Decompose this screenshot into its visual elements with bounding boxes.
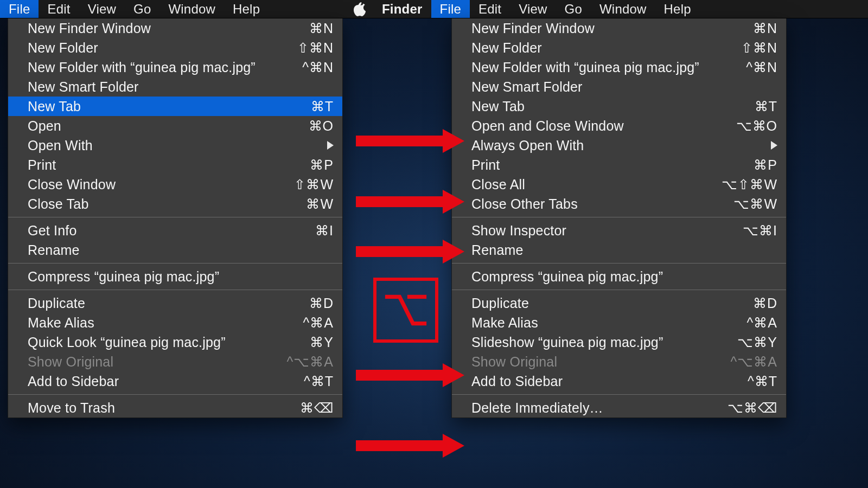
menu-item-label: New Finder Window — [471, 21, 753, 36]
menu-item[interactable]: New Finder Window⌘N — [452, 18, 786, 38]
menu-item-label: Print — [28, 157, 310, 173]
annotation-arrow — [356, 439, 464, 452]
menu-item[interactable]: Move to Trash⌘⌫ — [8, 398, 342, 418]
menu-item[interactable]: Quick Look “guinea pig mac.jpg”⌘Y — [8, 332, 342, 352]
menu-item-shortcut: ⌘I — [315, 223, 334, 239]
menu-go[interactable]: Go — [125, 0, 159, 18]
menu-separator — [452, 290, 786, 290]
menu-item-label: Delete Immediately… — [471, 400, 727, 416]
submenu-arrow-icon — [327, 141, 334, 150]
menu-item[interactable]: Close Other Tabs⌥⌘W — [452, 194, 786, 214]
menu-help[interactable]: Help — [224, 0, 269, 18]
menu-item[interactable]: New Smart Folder — [452, 77, 786, 97]
annotation-arrow — [356, 245, 464, 258]
menu-item[interactable]: Rename — [452, 240, 786, 260]
menu-item[interactable]: Compress “guinea pig mac.jpg” — [8, 267, 342, 286]
menu-item-shortcut: ⌥⌘I — [743, 223, 777, 239]
menu-item-shortcut: ^⌘A — [303, 315, 334, 331]
menu-item[interactable]: Open⌘O — [8, 116, 342, 136]
menu-item-shortcut: ⌘Y — [310, 335, 334, 350]
menu-item-label: Duplicate — [28, 296, 309, 311]
menu-item-label: Slideshow “guinea pig mac.jpg” — [471, 335, 737, 350]
menu-item-label: Open — [28, 118, 309, 134]
menu-item-label: Get Info — [28, 223, 315, 239]
menu-item[interactable]: New Tab⌘T — [452, 97, 786, 116]
annotation-arrow — [356, 195, 464, 208]
menu-go[interactable]: Go — [556, 0, 591, 18]
menu-separator — [8, 394, 342, 395]
menu-item-label: Move to Trash — [28, 400, 300, 416]
menu-item-shortcut: ^⌥⌘A — [287, 354, 334, 370]
menu-item[interactable]: Rename — [8, 240, 342, 260]
menu-item[interactable]: Delete Immediately…⌥⌘⌫ — [452, 398, 786, 418]
submenu-arrow-icon — [771, 141, 777, 150]
menu-item[interactable]: New Tab⌘T — [8, 97, 342, 116]
menu-item-shortcut: ⌘D — [753, 296, 777, 311]
menu-item-label: New Folder — [471, 40, 741, 56]
menu-item[interactable]: Print⌘P — [452, 155, 786, 175]
menu-item[interactable]: Close All⌥⇧⌘W — [452, 175, 786, 194]
menu-edit[interactable]: Edit — [470, 0, 510, 18]
menu-item[interactable]: Open With — [8, 136, 342, 155]
menu-item-label: Rename — [471, 242, 777, 258]
menu-item[interactable]: Slideshow “guinea pig mac.jpg”⌥⌘Y — [452, 332, 786, 352]
menu-item[interactable]: Add to Sidebar^⌘T — [8, 371, 342, 391]
menu-item[interactable]: Open and Close Window⌥⌘O — [452, 116, 786, 136]
menu-view[interactable]: View — [79, 0, 125, 18]
menu-item[interactable]: New Folder with “guinea pig mac.jpg”^⌘N — [8, 57, 342, 77]
menu-edit[interactable]: Edit — [39, 0, 79, 18]
menu-view[interactable]: View — [510, 0, 556, 18]
menu-item-shortcut: ^⌘N — [302, 60, 334, 75]
menu-window[interactable]: Window — [591, 0, 655, 18]
menu-item-shortcut: ⌘P — [754, 157, 777, 173]
menu-file[interactable]: File — [0, 0, 39, 18]
menu-item-label: Add to Sidebar — [471, 374, 748, 389]
menu-item-label: Rename — [28, 242, 334, 258]
menu-separator — [452, 263, 786, 264]
menu-item-shortcut: ⌥⌘O — [736, 118, 777, 134]
apple-menu-icon[interactable] — [344, 0, 373, 18]
menu-item-label: Close All — [471, 177, 722, 192]
menu-item[interactable]: Duplicate⌘D — [8, 293, 342, 313]
menu-separator — [8, 217, 342, 217]
menu-item-label: Open With — [28, 138, 323, 153]
menu-item-label: Show Original — [471, 354, 731, 370]
annotation-arrow — [356, 134, 464, 147]
menu-item-label: Always Open With — [471, 138, 767, 153]
menu-item-shortcut: ⌥⌘⌫ — [727, 400, 777, 416]
menu-item[interactable]: Compress “guinea pig mac.jpg” — [452, 267, 786, 286]
menu-window[interactable]: Window — [159, 0, 224, 18]
menu-item-label: Duplicate — [471, 296, 753, 311]
menu-item[interactable]: New Finder Window⌘N — [8, 18, 342, 38]
menu-item[interactable]: Make Alias^⌘A — [452, 313, 786, 332]
menu-item[interactable]: Close Window⇧⌘W — [8, 175, 342, 194]
menu-help[interactable]: Help — [655, 0, 700, 18]
menu-item[interactable]: Show Inspector⌥⌘I — [452, 221, 786, 240]
menu-item[interactable]: Get Info⌘I — [8, 221, 342, 240]
menu-item-shortcut: ^⌥⌘A — [731, 354, 777, 370]
menu-item-label: Make Alias — [471, 315, 747, 331]
menu-item-shortcut: ⌥⌘Y — [737, 335, 777, 350]
menu-item[interactable]: Print⌘P — [8, 155, 342, 175]
menu-item[interactable]: Always Open With — [452, 136, 786, 155]
menu-item-label: Quick Look “guinea pig mac.jpg” — [28, 335, 310, 350]
menu-item-shortcut: ⌘T — [755, 99, 777, 114]
app-name[interactable]: Finder — [373, 0, 431, 18]
menu-item[interactable]: Add to Sidebar^⌘T — [452, 371, 786, 391]
menu-item[interactable]: Duplicate⌘D — [452, 293, 786, 313]
menu-item-label: Close Other Tabs — [471, 196, 733, 212]
menu-item[interactable]: New Folder⇧⌘N — [452, 38, 786, 57]
menu-separator — [452, 217, 786, 217]
menu-item-label: Make Alias — [28, 315, 303, 331]
menu-item[interactable]: New Smart Folder — [8, 77, 342, 97]
menu-item-label: Print — [471, 157, 754, 173]
menu-item-label: Compress “guinea pig mac.jpg” — [28, 269, 334, 285]
menu-item[interactable]: New Folder with “guinea pig mac.jpg”^⌘N — [452, 57, 786, 77]
menu-file[interactable]: File — [431, 0, 470, 18]
menu-item-shortcut: ⌘N — [309, 21, 334, 36]
menu-item[interactable]: Make Alias^⌘A — [8, 313, 342, 332]
file-menu-left: New Finder Window⌘NNew Folder⇧⌘NNew Fold… — [8, 18, 343, 418]
menu-item[interactable]: New Folder⇧⌘N — [8, 38, 342, 57]
menu-item[interactable]: Close Tab⌘W — [8, 194, 342, 214]
menu-item-label: Open and Close Window — [471, 118, 736, 134]
